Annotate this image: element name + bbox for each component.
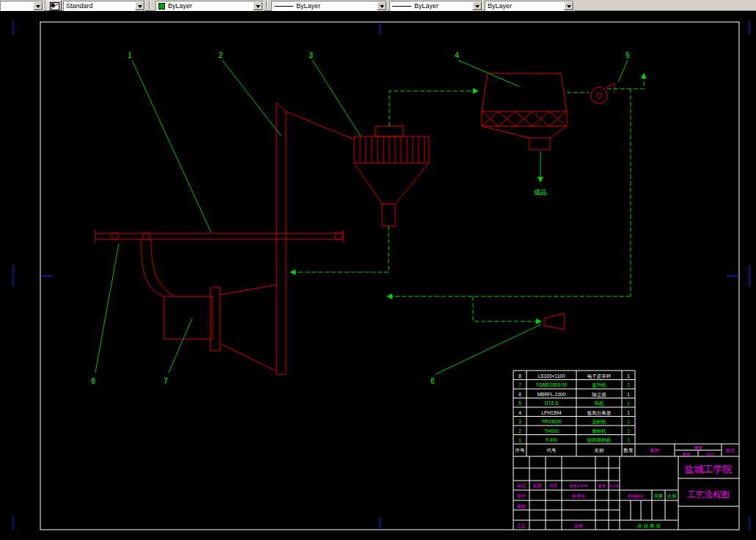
callout-4: 4 <box>455 51 459 59</box>
callout-numbers: 1 2 3 4 5 6 7 8 <box>91 51 630 385</box>
callout-3: 3 <box>309 51 313 59</box>
label-design: 设计 <box>517 493 526 498</box>
part-no: 6 <box>518 392 521 397</box>
riser-duct <box>276 103 354 374</box>
part-code: LPH1594 <box>541 410 561 415</box>
header-name: 名称 <box>595 448 605 453</box>
drawing-title: 工艺流程图 <box>687 490 730 499</box>
flow-branch-to-nozzle <box>473 296 541 321</box>
fan <box>591 83 614 103</box>
header-no: 序号 <box>515 448 526 453</box>
chevron-down-icon[interactable] <box>253 1 263 10</box>
toolbar: Standard ByLayer ByLayer ByLayer ByLayer <box>0 0 756 11</box>
layer-combo-value <box>1 1 33 10</box>
part-qty: 1 <box>627 401 630 406</box>
header-material: 材料 <box>650 448 661 453</box>
chevron-glyph <box>256 5 260 10</box>
label-stage-mark: 阶段标记 <box>628 494 645 499</box>
parts-table-rows: 8 LS100×1100 电子皮带秤 1 7 TGMD2600.00 提升机 1… <box>518 373 630 443</box>
header-unit: 单件 <box>683 452 691 456</box>
part-code: LS100×1100 <box>538 373 565 379</box>
layout-marks <box>13 21 749 530</box>
callout-2: 2 <box>219 51 223 59</box>
part-no: 1 <box>518 437 521 442</box>
header-total: 总计 <box>705 452 715 456</box>
chevron-glyph <box>475 5 480 10</box>
part-no: 7 <box>518 382 521 387</box>
part-qty: 1 <box>627 373 630 379</box>
part-code: TH000 <box>544 428 559 434</box>
mill <box>164 285 276 371</box>
part-qty: 1 <box>627 419 630 424</box>
part-code: F-KN <box>546 437 557 442</box>
lineweight-combo-field: ByLayer <box>390 1 472 10</box>
label-process: 工艺 <box>517 523 526 528</box>
chevron-down-icon[interactable] <box>377 1 386 10</box>
callout-8: 8 <box>91 377 95 385</box>
toolbar-separator <box>45 1 46 10</box>
autocad-window: { "toolbar": { "layer_combo_value": "", … <box>0 0 756 540</box>
callout-5: 5 <box>625 51 630 59</box>
text-style-button[interactable] <box>48 0 62 11</box>
part-name: 除尘器 <box>592 392 606 398</box>
bag-filter <box>482 73 567 150</box>
lineweight-glyph-icon <box>392 6 411 7</box>
toolbar-separator <box>266 1 268 10</box>
school-name: 盐城工学院 <box>685 464 733 475</box>
label-zone: 分区 <box>549 483 558 488</box>
color-combo-field: ByLayer <box>156 1 253 10</box>
belt-conveyor <box>95 230 343 243</box>
style-icon <box>50 2 59 10</box>
chevron-down-icon[interactable] <box>33 1 43 10</box>
part-no: 5 <box>518 401 521 406</box>
product-label: 成品 <box>534 189 547 196</box>
part-name: 风机 <box>595 401 605 406</box>
equipment <box>95 73 614 374</box>
linetype-combo-value: ByLayer <box>296 1 320 10</box>
callout-1: 1 <box>128 51 132 59</box>
label-count: 处数 <box>532 483 542 489</box>
linetype-combo[interactable]: ByLayer <box>271 1 387 11</box>
label-mass: 质量 <box>654 494 663 498</box>
color-combo[interactable]: ByLayer <box>155 1 263 11</box>
part-code: TRV4000 <box>541 419 562 424</box>
label-change-doc: 更改文件号 <box>570 484 588 488</box>
part-name: 磨粉机 <box>592 428 606 434</box>
part-qty: 1 <box>627 392 630 397</box>
chevron-down-icon[interactable] <box>135 1 144 10</box>
header-code: 代号 <box>546 448 557 453</box>
linetype-glyph-icon <box>274 6 293 7</box>
text-style-combo[interactable]: Standard <box>63 1 145 11</box>
layer-combo[interactable] <box>0 1 43 11</box>
header-weight: 重量 <box>694 445 703 450</box>
part-name: 提升机 <box>592 382 606 388</box>
plotstyle-combo[interactable]: ByLayer <box>485 1 574 11</box>
label-scale: 比例 <box>667 494 676 499</box>
callout-7: 7 <box>164 377 168 385</box>
chevron-down-icon[interactable] <box>564 1 573 10</box>
part-code: DTZ-5 <box>545 401 559 406</box>
chevron-down-icon[interactable] <box>472 1 482 10</box>
part-name: 电子皮带秤 <box>587 373 612 379</box>
text-style-value: Standard <box>64 1 135 10</box>
plotstyle-combo-value: ByLayer <box>485 1 564 10</box>
callout-6: 6 <box>430 377 435 385</box>
lineweight-combo-value: ByLayer <box>414 1 438 10</box>
chevron-glyph <box>567 5 571 10</box>
lineweight-combo[interactable]: ByLayer <box>389 1 482 11</box>
part-qty: 1 <box>627 437 630 442</box>
part-code: MBRFL-1000 <box>537 392 566 397</box>
part-name: 旋风分离器 <box>587 410 612 416</box>
part-no: 8 <box>518 373 521 379</box>
drawing-canvas[interactable]: 成品 1 2 3 4 5 6 7 8 8 LS100×1100 电子皮带秤 1 … <box>0 11 756 540</box>
mill-feed-pipe <box>141 239 175 296</box>
header-qty: 数量 <box>623 448 634 453</box>
label-sign: 签名 <box>598 484 606 489</box>
color-swatch-icon <box>158 3 165 10</box>
label-sheets: 共 张 第 张 <box>637 523 661 529</box>
flow-lines <box>290 73 644 321</box>
toolbar-separator <box>149 1 150 10</box>
cad-viewport: 成品 1 2 3 4 5 6 7 8 8 LS100×1100 电子皮带秤 1 … <box>0 11 756 540</box>
chevron-glyph <box>380 5 384 10</box>
part-code: TGMD2600.00 <box>536 382 568 387</box>
